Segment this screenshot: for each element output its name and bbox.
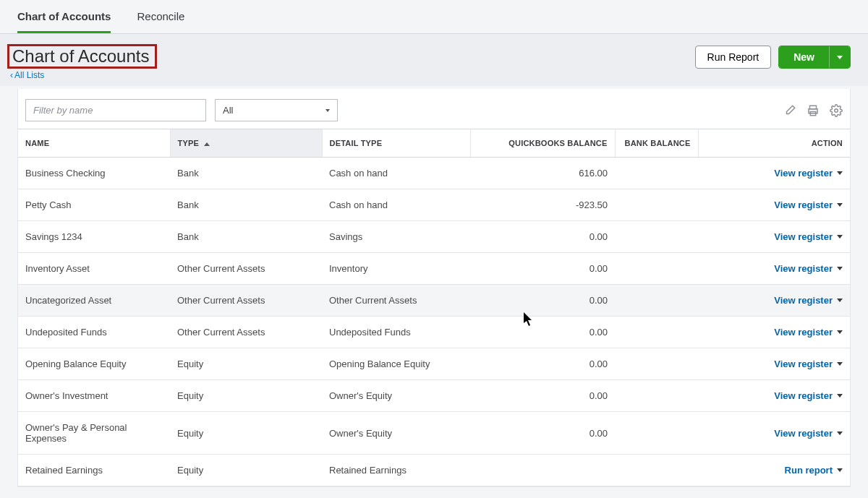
row-action-link[interactable]: View register	[774, 295, 843, 306]
cell-detail-type: Opening Balance Equity	[322, 348, 470, 380]
col-type[interactable]: TYPE	[170, 129, 322, 158]
cell-bank-balance	[615, 380, 698, 412]
cell-name: Business Checking	[18, 158, 170, 189]
row-action-link[interactable]: View register	[774, 199, 843, 210]
cell-action: View register	[698, 317, 850, 348]
caret-down-icon[interactable]	[837, 203, 843, 207]
col-qb-balance[interactable]: QUICKBOOKS BALANCE	[470, 129, 615, 158]
col-name[interactable]: NAME	[18, 129, 170, 158]
caret-down-icon[interactable]	[837, 362, 843, 366]
row-action-label: View register	[774, 199, 833, 210]
tab-chart-of-accounts[interactable]: Chart of Accounts	[17, 0, 111, 33]
cell-qb-balance: 0.00	[470, 221, 615, 253]
table-row: Inventory AssetOther Current AssetsInven…	[18, 253, 850, 285]
cell-name: Opening Balance Equity	[18, 348, 170, 380]
filter-by-name-input[interactable]	[25, 99, 206, 121]
cell-bank-balance	[615, 412, 698, 455]
row-action-link[interactable]: View register	[774, 359, 843, 369]
page-header: Chart of Accounts ‹ All Lists Run Report…	[0, 34, 868, 86]
row-action-label: Run report	[785, 465, 833, 476]
row-action-label: View register	[774, 231, 833, 242]
row-action-label: View register	[774, 428, 833, 439]
type-filter-label: All	[223, 105, 233, 116]
new-button[interactable]: New	[779, 46, 829, 68]
cell-qb-balance: 0.00	[470, 348, 615, 380]
cell-qb-balance: 0.00	[470, 317, 615, 348]
toolbar: All	[18, 89, 850, 129]
caret-down-icon[interactable]	[837, 267, 843, 270]
row-action-link[interactable]: View register	[774, 428, 843, 439]
table-row: Owner's InvestmentEquityOwner's Equity0.…	[18, 380, 850, 412]
run-report-button[interactable]: Run Report	[695, 46, 772, 69]
cell-name: Owner's Investment	[18, 380, 170, 412]
accounts-panel: All NAME TYPE	[17, 89, 851, 487]
cell-type: Bank	[170, 189, 322, 221]
row-action-link[interactable]: View register	[774, 168, 843, 179]
cell-name: Retained Earnings	[18, 455, 170, 486]
new-button-dropdown[interactable]	[829, 46, 850, 68]
cell-type: Equity	[170, 380, 322, 412]
row-action-label: View register	[774, 327, 833, 338]
cell-name: Owner's Pay & Personal Expenses	[18, 412, 170, 455]
row-action-link[interactable]: Run report	[785, 465, 843, 476]
cell-type: Bank	[170, 158, 322, 189]
svg-point-3	[835, 108, 838, 112]
cell-bank-balance	[615, 348, 698, 380]
accounts-table: NAME TYPE DETAIL TYPE QUICKBOOKS BALANCE…	[18, 129, 850, 486]
table-row: Retained EarningsEquityRetained Earnings…	[18, 455, 850, 486]
caret-down-icon[interactable]	[837, 468, 843, 472]
row-action-link[interactable]: View register	[774, 263, 843, 274]
row-action-label: View register	[774, 168, 833, 179]
cell-detail-type: Inventory	[322, 253, 470, 285]
print-icon[interactable]	[807, 104, 820, 117]
cell-qb-balance: 616.00	[470, 158, 615, 189]
row-action-link[interactable]: View register	[774, 327, 843, 338]
chevron-left-icon: ‹	[10, 70, 13, 80]
row-action-link[interactable]: View register	[774, 231, 843, 242]
caret-down-icon[interactable]	[837, 394, 843, 398]
cell-type: Other Current Assets	[170, 253, 322, 285]
cell-action: View register	[698, 412, 850, 455]
tab-reconcile[interactable]: Reconcile	[137, 0, 184, 33]
col-bank-balance[interactable]: BANK BALANCE	[615, 129, 698, 158]
cell-action: View register	[698, 285, 850, 317]
back-all-lists-link[interactable]: ‹ All Lists	[7, 70, 157, 80]
cell-detail-type: Retained Earnings	[322, 455, 470, 486]
cell-bank-balance	[615, 455, 698, 486]
cell-qb-balance: 0.00	[470, 253, 615, 285]
cell-bank-balance	[615, 317, 698, 348]
cell-name: Undeposited Funds	[18, 317, 170, 348]
type-filter-dropdown[interactable]: All	[215, 99, 338, 121]
new-button-group: New	[778, 46, 851, 69]
col-action: ACTION	[698, 129, 850, 158]
cell-type: Other Current Assets	[170, 317, 322, 348]
cell-type: Other Current Assets	[170, 285, 322, 317]
cell-type: Equity	[170, 348, 322, 380]
row-action-label: View register	[774, 359, 833, 369]
cell-detail-type: Cash on hand	[322, 189, 470, 221]
page-title: Chart of Accounts	[7, 44, 157, 69]
gear-icon[interactable]	[830, 104, 843, 117]
table-row: Petty CashBankCash on hand-923.50View re…	[18, 189, 850, 221]
caret-down-icon[interactable]	[837, 330, 843, 334]
cell-name: Inventory Asset	[18, 253, 170, 285]
cell-detail-type: Owner's Equity	[322, 380, 470, 412]
table-row: Opening Balance EquityEquityOpening Bala…	[18, 348, 850, 380]
caret-down-icon[interactable]	[837, 235, 843, 239]
col-detail-type[interactable]: DETAIL TYPE	[322, 129, 470, 158]
table-row: Owner's Pay & Personal ExpensesEquityOwn…	[18, 412, 850, 455]
table-row: Savings 1234BankSavings0.00View register	[18, 221, 850, 253]
row-action-label: View register	[774, 263, 833, 274]
cell-type: Bank	[170, 221, 322, 253]
cell-qb-balance	[470, 455, 615, 486]
cell-action: View register	[698, 348, 850, 380]
caret-down-icon[interactable]	[837, 299, 843, 302]
cell-qb-balance: 0.00	[470, 380, 615, 412]
cell-qb-balance: 0.00	[470, 412, 615, 455]
caret-down-icon[interactable]	[837, 432, 843, 435]
edit-icon[interactable]	[783, 104, 796, 117]
row-action-link[interactable]: View register	[774, 390, 843, 401]
table-row: Business CheckingBankCash on hand616.00V…	[18, 158, 850, 189]
caret-down-icon[interactable]	[837, 171, 843, 175]
cell-bank-balance	[615, 253, 698, 285]
